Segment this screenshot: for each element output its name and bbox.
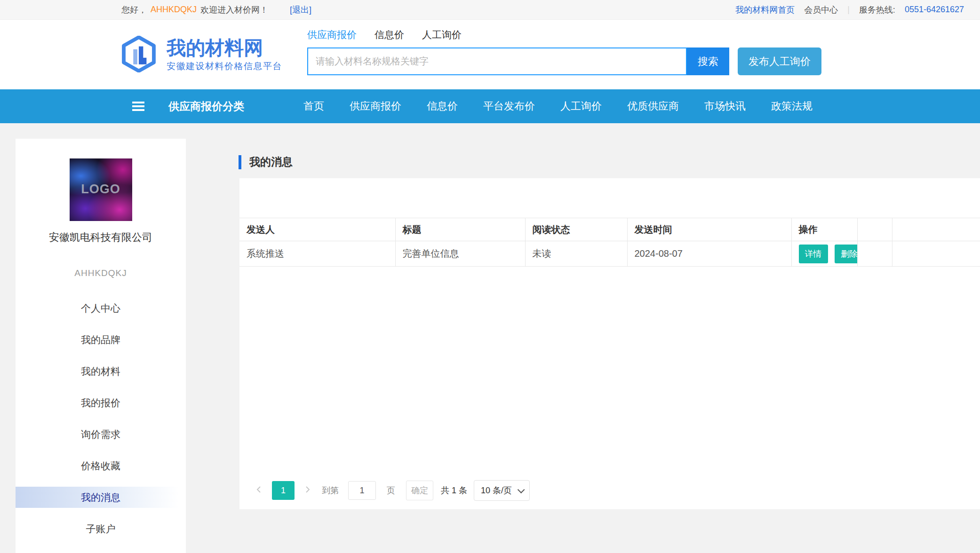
topbar-username: AHHKDQKJ: [151, 5, 197, 15]
topbar-greeting: 您好， AHHKDQKJ 欢迎进入材价网！ [退出]: [121, 4, 311, 16]
cell-read-status: 未读: [525, 241, 627, 267]
main-navbar: 供应商报价分类 首页 供应商报价 信息价 平台发布价 人工询价 优质供应商 市场…: [0, 89, 980, 123]
chevron-down-icon: [518, 486, 525, 493]
account-code: AHHKDQKJ: [16, 268, 186, 278]
hotline-label: 服务热线:: [859, 4, 895, 16]
hotline-number: 0551-64261627: [905, 5, 964, 15]
search-tab-manual-inquiry[interactable]: 人工询价: [422, 28, 462, 41]
detail-button[interactable]: 详情: [799, 245, 828, 263]
chevron-left-icon: [255, 485, 262, 496]
pagination: 1 到第 页 确定 共 1 条 10 条/页: [254, 480, 530, 501]
cell-send-time: 2024-08-07: [627, 241, 791, 267]
sidebar-item-my-messages[interactable]: 我的消息: [16, 487, 186, 508]
cell-actions: 详情 删除: [791, 241, 857, 267]
nav-item-info-price[interactable]: 信息价: [414, 99, 470, 113]
greeting-prefix: 您好，: [121, 4, 147, 16]
col-header-sender: 发送人: [239, 218, 395, 241]
nav-item-quality-suppliers[interactable]: 优质供应商: [614, 99, 692, 113]
messages-panel: 发送人 标题 阅读状态 发送时间 操作 系统推送 完善单位信息 未读 2024-…: [239, 178, 980, 509]
cell-sender: 系统推送: [239, 241, 395, 267]
messages-table: 发送人 标题 阅读状态 发送时间 操作 系统推送 完善单位信息 未读 2024-…: [239, 218, 980, 267]
cell-filler: [892, 241, 980, 267]
table-row: 系统推送 完善单位信息 未读 2024-08-07 详情 删除: [239, 241, 980, 267]
site-name: 我的材料网: [167, 38, 282, 59]
page-title-row: 我的消息: [239, 155, 293, 169]
nav-item-market-news[interactable]: 市场快讯: [692, 99, 758, 113]
current-page-button[interactable]: 1: [272, 481, 295, 500]
nav-item-policies[interactable]: 政策法规: [758, 99, 825, 113]
nav-item-supplier-quote[interactable]: 供应商报价: [337, 99, 414, 113]
col-header-filler: [892, 218, 980, 241]
hamburger-icon[interactable]: [132, 102, 144, 113]
category-dropdown[interactable]: 供应商报价分类: [168, 89, 244, 123]
goto-confirm-button[interactable]: 确定: [406, 481, 433, 500]
goto-label: 到第: [322, 485, 339, 496]
title-accent-bar: [239, 155, 241, 169]
nav-item-platform-price[interactable]: 平台发布价: [470, 99, 548, 113]
site-subtitle: 安徽建设材料价格信息平台: [167, 60, 282, 72]
sidebar-item-personal-center[interactable]: 个人中心: [16, 298, 186, 319]
home-link[interactable]: 我的材料网首页: [735, 4, 795, 16]
page-unit-label: 页: [387, 485, 395, 496]
topbar: 您好， AHHKDQKJ 欢迎进入材价网！ [退出] 我的材料网首页 会员中心 …: [0, 0, 980, 20]
search-tab-info-price[interactable]: 信息价: [374, 28, 404, 41]
search-input[interactable]: [307, 47, 687, 75]
sidebar-item-my-brands[interactable]: 我的品牌: [16, 329, 186, 350]
greeting-suffix: 欢迎进入材价网！: [200, 4, 268, 16]
search-tabs: 供应商报价 信息价 人工询价: [307, 28, 821, 41]
col-header-actions: 操作: [791, 218, 857, 241]
publish-inquiry-button[interactable]: 发布人工询价: [738, 47, 821, 75]
sidebar-menu: 个人中心 我的品牌 我的材料 我的报价 询价需求 价格收藏 我的消息 子账户: [16, 298, 186, 539]
next-page-button[interactable]: [303, 481, 313, 500]
page-size-value: 10 条/页: [481, 485, 512, 496]
nav-links: 首页 供应商报价 信息价 平台发布价 人工询价 优质供应商 市场快讯 政策法规: [291, 89, 825, 123]
cell-spacer: [857, 241, 892, 267]
col-header-read-status: 阅读状态: [525, 218, 627, 241]
company-logo-image: LOGO: [70, 158, 132, 221]
site-logo: 我的材料网 安徽建设材料价格信息平台: [120, 36, 282, 74]
prev-page-button[interactable]: [254, 481, 264, 500]
search-tab-supplier-quote[interactable]: 供应商报价: [307, 28, 357, 41]
cell-title: 完善单位信息: [395, 241, 525, 267]
logout-link[interactable]: [退出]: [290, 4, 311, 16]
site-logo-icon: [120, 36, 157, 74]
sidebar-item-my-quotes[interactable]: 我的报价: [16, 392, 186, 413]
company-name: 安徽凯电科技有限公司: [16, 230, 186, 245]
goto-page-input[interactable]: [348, 481, 376, 500]
chevron-right-icon: [304, 485, 311, 496]
site-logo-text: 我的材料网 安徽建设材料价格信息平台: [167, 38, 282, 72]
search-row: 搜索 发布人工询价: [307, 47, 821, 75]
col-header-spacer: [857, 218, 892, 241]
table-header-row: 发送人 标题 阅读状态 发送时间 操作: [239, 218, 980, 241]
member-center-link[interactable]: 会员中心: [804, 4, 838, 16]
page: 您好， AHHKDQKJ 欢迎进入材价网！ [退出] 我的材料网首页 会员中心 …: [0, 0, 980, 553]
topbar-divider: |: [847, 5, 850, 15]
nav-item-home[interactable]: 首页: [291, 99, 337, 113]
company-logo-placeholder-text: LOGO: [81, 182, 120, 196]
page-size-select[interactable]: 10 条/页: [474, 480, 530, 501]
sidebar: LOGO 安徽凯电科技有限公司 AHHKDQKJ 个人中心 我的品牌 我的材料 …: [16, 139, 186, 553]
sidebar-item-inquiry-demands[interactable]: 询价需求: [16, 424, 186, 445]
nav-item-manual-inquiry[interactable]: 人工询价: [548, 99, 614, 113]
page-title: 我的消息: [249, 155, 293, 169]
total-count-label: 共 1 条: [441, 485, 467, 496]
delete-button[interactable]: 删除: [835, 245, 857, 263]
header: 我的材料网 安徽建设材料价格信息平台 供应商报价 信息价 人工询价 搜索 发布人…: [0, 20, 980, 89]
sidebar-item-sub-accounts[interactable]: 子账户: [16, 518, 186, 539]
col-header-send-time: 发送时间: [627, 218, 791, 241]
topbar-links: 我的材料网首页 会员中心 | 服务热线: 0551-64261627: [735, 4, 964, 16]
search-area: 供应商报价 信息价 人工询价 搜索 发布人工询价: [307, 20, 821, 75]
sidebar-item-price-favorites[interactable]: 价格收藏: [16, 455, 186, 476]
sidebar-item-my-materials[interactable]: 我的材料: [16, 361, 186, 382]
search-button[interactable]: 搜索: [687, 47, 729, 75]
col-header-title: 标题: [395, 218, 525, 241]
